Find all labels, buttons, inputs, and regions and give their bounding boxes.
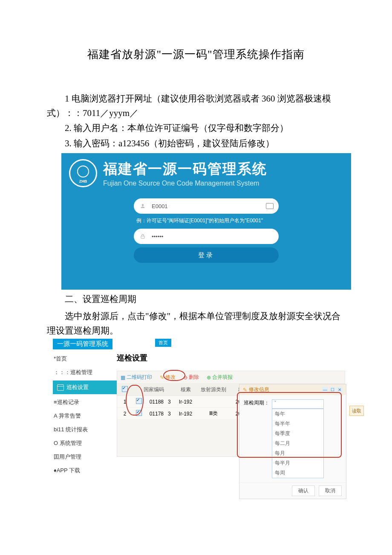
section-2-heading: 二、设置巡检周期 — [47, 292, 345, 307]
cancel-button[interactable]: 取消 — [319, 485, 342, 496]
paragraph-2: 2. 输入用户名：本单位许可证编号（仅字母和数字部分） — [47, 121, 345, 136]
maximize-icon[interactable]: ☐ — [329, 387, 335, 393]
paragraph-3: 3. 输入密码：a123456（初始密码，建议登陆后修改） — [47, 137, 345, 151]
login-button[interactable]: 登录 — [134, 247, 279, 263]
cell-code-a: 01178 — [150, 411, 164, 417]
cell-code-a: 01188 — [150, 399, 164, 405]
period-select[interactable]: ˅ — [272, 399, 324, 409]
password-row — [134, 229, 279, 244]
option-item[interactable]: 每周 — [272, 468, 323, 478]
col-category: 放射源类别 — [196, 384, 231, 396]
col-nuclide: 核素 — [175, 384, 196, 396]
modify-label: 修改 — [165, 374, 176, 381]
read-button[interactable]: 读取 — [349, 406, 364, 416]
option-item[interactable]: 每二月 — [272, 439, 323, 448]
lock-icon — [139, 233, 147, 239]
minimize-icon[interactable]: — — [322, 387, 328, 393]
sidebar-item-report[interactable]: bi11 统计报表 — [53, 423, 117, 436]
breadcrumb-home[interactable]: 首页 — [155, 339, 171, 347]
username-input[interactable] — [151, 203, 266, 210]
dialog-title: ✎ 修改信息 — [243, 386, 269, 393]
sidebar-item-label: 巡检设置 — [66, 384, 89, 391]
paragraph-1: 1 电脑浏览器打开网址（建议使用谷歌浏览器或者 360 浏览器极速模式）：：70… — [47, 92, 345, 120]
sidebar: *首页 ：：：巡检管理 巡检设置 ≡巡检记录 A 异常告警 bi11 统计报表 … — [53, 352, 117, 477]
option-item[interactable]: 每季度 — [272, 429, 323, 439]
sidebar-item-inspect-record[interactable]: ≡巡检记录 — [53, 395, 117, 409]
table-area: ▦ 二维码打印 ✎ 修改 ⊖ 删除 ⊕ 合并填报 — [117, 371, 345, 457]
section-2-body: 选中放射源后，点击"修改"，根据本单位管理制度及放射源安全状况合理设置巡检周期。 — [47, 309, 345, 338]
modify-button[interactable]: ✎ 修改 — [160, 374, 176, 381]
username-row — [134, 198, 279, 214]
delete-label: 删除 — [189, 374, 199, 381]
period-options-list: 每年 每半年 每季度 每二月 每月 每半月 每周 — [272, 409, 324, 478]
qr-icon: ▦ — [121, 375, 125, 381]
row-checkbox[interactable] — [136, 398, 142, 404]
option-item[interactable]: 每半月 — [272, 458, 323, 468]
option-item[interactable]: 每月 — [272, 448, 323, 458]
option-item[interactable]: 每年 — [272, 409, 323, 419]
cell-category — [196, 396, 231, 408]
cell-code-b: 3 — [168, 411, 171, 417]
username-hint: 例：许可证号"闽环辐证[E0001]"的初始用户名为"E0001" — [136, 217, 279, 224]
keyboard-icon[interactable] — [266, 203, 274, 209]
plus-icon: ⊕ — [207, 375, 211, 381]
cell-nuclide: Ir-192 — [175, 408, 196, 420]
pencil-icon: ✎ — [243, 387, 247, 393]
merge-button[interactable]: ⊕ 合并填报 — [207, 374, 233, 381]
calendar-icon — [57, 384, 64, 391]
user-icon — [139, 203, 147, 209]
ok-button[interactable]: 确认 — [292, 485, 315, 496]
login-screenshot: ZHB 福建省一源一码管理系统 Fujian One Source One Co… — [61, 153, 351, 290]
delete-button[interactable]: ⊖ 删除 — [183, 374, 199, 381]
system-name-badge: 一源一码管理系统 — [53, 339, 112, 349]
close-icon[interactable]: ✕ — [337, 387, 343, 393]
zhb-logo: ZHB — [69, 159, 97, 187]
row-checkbox[interactable] — [136, 410, 142, 416]
sidebar-item-home[interactable]: *首页 — [53, 352, 117, 366]
merge-label: 合并填报 — [212, 374, 233, 381]
svg-point-0 — [142, 204, 144, 206]
sidebar-item-sys-mgmt[interactable]: O 系统管理 — [53, 436, 117, 450]
sidebar-item-inspect-setting[interactable]: 巡检设置 — [53, 381, 117, 394]
zhb-logo-text: ZHB — [70, 179, 96, 183]
cell-code-b: 3 — [168, 399, 171, 405]
col-code: 国家编码 — [133, 384, 175, 396]
sidebar-item-inspect-mgmt[interactable]: ：：：巡检管理 — [53, 366, 117, 379]
pencil-icon: ✎ — [160, 375, 164, 381]
document-title: 福建省放射源"一源一码"管理系统操作指南 — [47, 47, 345, 62]
minus-icon: ⊖ — [183, 375, 187, 381]
admin-screenshot: 一源一码管理系统 首页 *首页 ：：：巡检管理 巡检设置 ≡巡检记录 A 异常告… — [53, 339, 345, 477]
qr-print-button[interactable]: ▦ 二维码打印 — [121, 374, 152, 381]
chevron-down-icon: ˅ — [274, 400, 277, 406]
password-input[interactable] — [151, 233, 274, 240]
cell-category: Ⅲ类 — [196, 408, 231, 420]
row-index: 1 — [117, 396, 133, 408]
panel-title: 巡检设置 — [117, 353, 345, 363]
cell-nuclide: Ir-192 — [175, 396, 196, 408]
header-checkbox[interactable] — [122, 386, 128, 392]
qr-print-label: 二维码打印 — [127, 374, 152, 381]
option-item[interactable]: 每半年 — [272, 419, 323, 429]
login-title-cn: 福建省一源一码管理系统 — [103, 160, 267, 179]
dialog-title-text: 修改信息 — [249, 386, 269, 393]
modify-dialog: ✎ 修改信息 — ☐ ✕ 巡检周期： — [239, 384, 346, 499]
dialog-field-label: 巡检周期： — [244, 399, 269, 407]
login-title-en: Fujian One Source One Code Management Sy… — [103, 180, 267, 187]
row-index: 2 — [117, 408, 133, 420]
sidebar-item-alarm[interactable]: A 异常告警 — [53, 409, 117, 423]
sidebar-item-app[interactable]: ♦APP 下载 — [53, 464, 117, 477]
svg-rect-1 — [141, 236, 144, 238]
sidebar-item-user-mgmt[interactable]: 囯用户管理 — [53, 450, 117, 464]
